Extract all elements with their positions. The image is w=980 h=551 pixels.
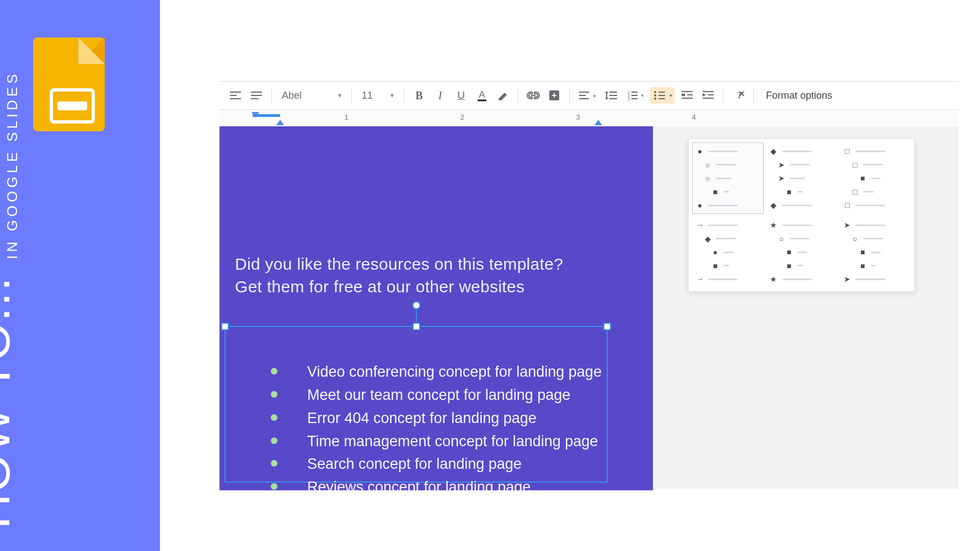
bullet-glyph-icon: ➤ (778, 161, 785, 169)
bullet-glyph-icon: ★ (770, 221, 778, 229)
bullet-glyph-icon: ○ (704, 174, 711, 183)
font-size-value: 11 (362, 90, 373, 101)
chevron-down-icon: ▾ (338, 92, 341, 99)
ruler[interactable]: 1 2 3 4 (219, 110, 958, 127)
slides-editor: Abel ▾ 11 ▾ B I U A + (219, 81, 958, 489)
rotation-line (416, 308, 417, 323)
decrease-indent-button[interactable] (679, 87, 695, 104)
bullet-glyph-icon: □ (851, 188, 859, 196)
horizontal-align-button[interactable]: ▾ (576, 87, 598, 104)
bullet-style-option[interactable]: ◆➤➤■◆ (766, 142, 838, 214)
bullet-glyph-icon: ● (696, 201, 704, 210)
ruler-number: 3 (576, 113, 580, 121)
bullet-glyph-icon: ■ (711, 188, 719, 196)
list-item[interactable]: Video conferencing concept for landing p… (271, 361, 602, 384)
numbered-list-button[interactable]: 123▾ (624, 87, 646, 104)
bullet-glyph-icon: ■ (859, 261, 866, 270)
right-indent-marker[interactable] (595, 119, 602, 125)
svg-text:▾: ▾ (670, 93, 672, 98)
slide-canvas[interactable]: Did you like the resources on this templ… (219, 126, 958, 489)
bullet-glyph-icon: ● (696, 147, 704, 156)
insert-link-button[interactable] (525, 87, 542, 104)
list-item[interactable]: Time management concept for landing page (271, 430, 602, 453)
resize-handle-n[interactable] (413, 323, 420, 330)
bullet-glyph-icon: ○ (851, 234, 859, 243)
bullet-style-option[interactable]: ●○○■● (692, 142, 764, 214)
toolbar: Abel ▾ 11 ▾ B I U A + (219, 81, 958, 110)
bullet-glyph-icon: ➤ (843, 275, 851, 283)
bullet-glyph-icon: ➤ (843, 221, 851, 229)
bullet-glyph-icon: → (696, 275, 704, 283)
selected-textbox[interactable]: Video conferencing concept for landing p… (224, 326, 608, 483)
font-size-select[interactable]: 11 ▾ (358, 87, 397, 104)
add-comment-button[interactable]: + (546, 87, 563, 104)
ruler-number: 4 (692, 113, 695, 121)
rotation-handle[interactable] (412, 301, 420, 309)
bullet-glyph-icon: ■ (785, 188, 793, 196)
slide[interactable]: Did you like the resources on this templ… (219, 126, 653, 490)
bullet-glyph-icon: ◆ (770, 147, 778, 156)
bullet-glyph-icon: ■ (711, 261, 719, 270)
bullet-glyph-icon: ○ (704, 161, 711, 169)
bullet-glyph-icon: □ (843, 201, 851, 210)
bullet-glyph-icon: ■ (785, 248, 793, 256)
list-item[interactable]: Search concept for landing page (271, 453, 602, 476)
increase-indent-button[interactable] (700, 87, 716, 104)
bullet-glyph-icon: → (696, 221, 704, 229)
bullet-style-dropdown[interactable]: ●○○■●◆➤➤■◆□□■□□→◆●■→★○■■★➤○■■➤ (688, 138, 915, 292)
svg-text:▾: ▾ (593, 93, 596, 99)
left-indent-marker[interactable] (276, 119, 284, 125)
bullet-list[interactable]: Video conferencing concept for landing p… (249, 361, 602, 499)
list-item[interactable]: Error 404 concept for landing page (271, 407, 602, 430)
svg-text:3: 3 (628, 97, 630, 100)
google-slides-logo (33, 38, 105, 131)
bullet-glyph-icon: ○ (778, 234, 785, 243)
bullet-glyph-icon: □ (851, 161, 859, 169)
first-line-indent-marker[interactable] (251, 112, 259, 119)
align-justify-icon[interactable] (248, 87, 265, 104)
bullet-style-option[interactable]: □□■□□ (839, 142, 911, 214)
font-select[interactable]: Abel ▾ (279, 87, 345, 104)
svg-text:+: + (551, 90, 556, 100)
bullet-style-option[interactable]: ➤○■■➤ (839, 216, 911, 288)
bullet-glyph-icon: ◆ (704, 234, 711, 243)
bullet-glyph-icon: ★ (770, 275, 778, 283)
text-color-button[interactable]: A (474, 87, 490, 104)
svg-text:▾: ▾ (641, 93, 643, 98)
clear-formatting-button[interactable]: T (730, 87, 747, 104)
svg-point-28 (654, 98, 656, 100)
bold-button[interactable]: B (411, 87, 427, 104)
list-item[interactable]: Reviews concept for landing page (271, 476, 602, 499)
bullet-glyph-icon: ■ (785, 261, 793, 270)
svg-point-27 (654, 94, 656, 97)
ruler-number: 2 (460, 113, 464, 121)
bullet-style-option[interactable]: →◆●■→ (692, 216, 764, 288)
resize-handle-ne[interactable] (603, 323, 611, 330)
bullet-glyph-icon: ◆ (770, 201, 778, 210)
resize-handle-nw[interactable] (221, 323, 229, 330)
bulleted-list-button[interactable]: ▾ (650, 87, 674, 104)
underline-button[interactable]: U (453, 87, 469, 104)
howto-title: HOW TO... (0, 276, 21, 529)
format-options-label: Format options (766, 90, 832, 101)
svg-text:A: A (479, 89, 485, 100)
line-spacing-button[interactable] (603, 87, 619, 104)
list-item[interactable]: Meet our team concept for landing page (271, 384, 602, 407)
howto-subtitle: IN GOOGLE SLIDES (4, 71, 21, 259)
bullet-style-option[interactable]: ★○■■★ (766, 216, 838, 288)
slide-title-text[interactable]: Did you like the resources on this templ… (235, 253, 592, 298)
svg-point-26 (654, 91, 656, 93)
highlight-color-button[interactable] (495, 87, 511, 104)
bullet-glyph-icon: ➤ (778, 174, 785, 183)
bullet-glyph-icon: ● (711, 248, 719, 256)
ruler-number: 1 (344, 113, 348, 121)
font-name: Abel (282, 90, 302, 101)
bullet-glyph-icon: ■ (859, 248, 866, 256)
bullet-glyph-icon: ■ (859, 174, 866, 183)
italic-button[interactable]: I (432, 87, 448, 104)
format-options-button[interactable]: Format options (758, 87, 840, 104)
howto-sidebar: HOW TO... IN GOOGLE SLIDES (0, 0, 160, 551)
bullet-glyph-icon: □ (843, 147, 851, 156)
chevron-down-icon: ▾ (390, 92, 394, 99)
align-left-icon[interactable] (227, 87, 244, 104)
